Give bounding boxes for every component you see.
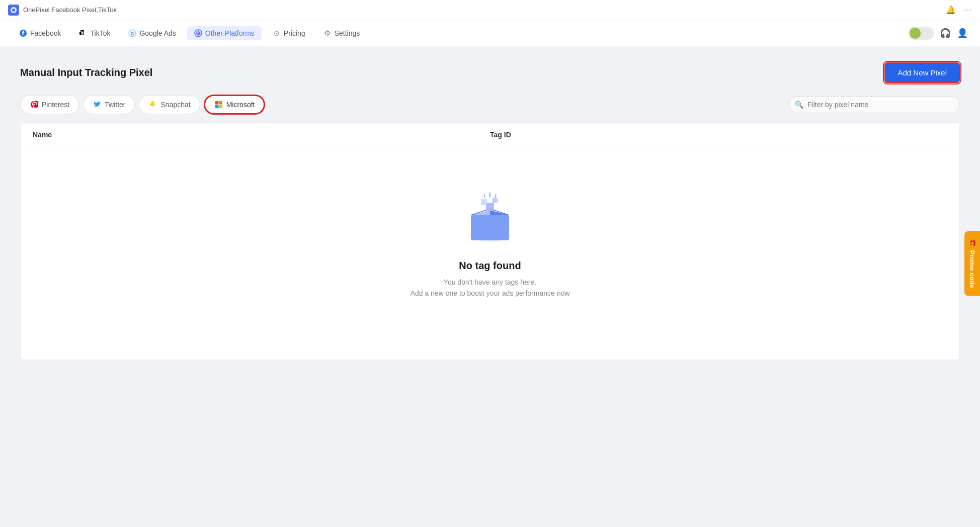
svg-rect-8 [215,101,219,105]
filter-input[interactable] [789,96,960,113]
other-platforms-icon [194,29,202,37]
person-icon[interactable]: 👤 [957,28,968,39]
settings-icon: ⚙ [323,29,332,37]
google-ads-icon: G [128,29,136,37]
svg-rect-15 [481,199,487,205]
pinterest-icon [30,100,39,109]
promo-icon: 🎁 [968,239,976,247]
col-header-name: Name [33,131,490,139]
page-title: Manual Input Tracking Pixel [20,67,152,78]
nav-label-google-ads: Google Ads [139,29,176,37]
nav-label-tiktok: TikTok [90,29,110,37]
toggle-on [910,28,921,39]
nav-toggle[interactable] [909,27,934,40]
sub-tab-microsoft[interactable]: Microsoft [204,95,265,114]
tiktok-icon [79,29,87,37]
table-header: Name Tag ID [21,123,959,147]
sub-tab-label-microsoft: Microsoft [226,101,255,109]
add-new-pixel-button[interactable]: Add New Pixel [884,62,960,83]
nav-label-settings: Settings [335,29,360,37]
twitter-icon [93,100,102,109]
bell-icon[interactable]: 🔔 [946,5,956,15]
svg-rect-11 [219,105,222,109]
promo-code-button[interactable]: 🎁 Promo code [964,231,980,296]
svg-rect-16 [493,198,498,203]
empty-desc-line1: You don't have any tags here. [444,278,536,286]
snapchat-icon [148,100,157,109]
more-icon[interactable]: ⋯ [964,5,972,15]
titlebar-left: OnePixel Facebook Pixel,TikTok [8,5,117,16]
search-icon: 🔍 [795,101,803,109]
filter-input-wrap: 🔍 [789,96,960,113]
nav-label-facebook: Facebook [30,29,61,37]
headphone-icon[interactable]: 🎧 [940,28,951,39]
navbar: Facebook TikTok G Google Ads Other P [0,20,980,46]
svg-rect-13 [471,215,509,240]
table-container: Name Tag ID [20,122,960,360]
sub-tab-label-snapchat: Snapchat [160,101,190,109]
microsoft-icon [214,100,223,109]
sub-tab-pinterest[interactable]: Pinterest [20,95,79,114]
empty-state: No tag found You don't have any tags her… [21,147,959,360]
toggle-off [922,28,933,39]
nav-item-facebook[interactable]: Facebook [12,26,68,40]
col-header-tagid: Tag ID [490,131,947,139]
app-title: OnePixel Facebook Pixel,TikTok [23,6,117,14]
svg-point-1 [12,9,15,12]
page-header: Manual Input Tracking Pixel Add New Pixe… [20,62,960,83]
titlebar-right: 🔔 ⋯ [946,5,972,15]
nav-right: 🎧 👤 [909,27,968,40]
nav-label-pricing: Pricing [284,29,305,37]
facebook-icon [19,29,27,37]
sub-tabs: Pinterest Twitter Snapchat [20,95,265,114]
svg-rect-10 [215,105,219,109]
svg-line-19 [495,194,496,198]
empty-box-illustration [460,188,520,248]
sub-tab-label-twitter: Twitter [105,101,125,109]
nav-item-other-platforms[interactable]: Other Platforms [187,26,262,40]
svg-rect-14 [486,203,494,211]
app-icon [8,5,19,16]
svg-text:G: G [131,31,134,36]
nav-item-tiktok[interactable]: TikTok [72,26,117,40]
nav-label-other-platforms: Other Platforms [205,29,255,37]
empty-desc-line2: Add a new one to boost your ads performa… [411,289,570,297]
titlebar: OnePixel Facebook Pixel,TikTok 🔔 ⋯ [0,0,980,20]
svg-rect-9 [219,101,222,105]
main-content: Manual Input Tracking Pixel Add New Pixe… [0,46,980,376]
sub-tab-twitter[interactable]: Twitter [83,95,135,114]
empty-state-title: No tag found [459,260,521,272]
nav-item-google-ads[interactable]: G Google Ads [121,26,183,40]
pricing-icon: ⊙ [273,29,281,37]
empty-state-desc: You don't have any tags here. Add a new … [411,277,570,299]
sub-tabs-row: Pinterest Twitter Snapchat [20,95,960,114]
svg-line-18 [484,194,485,198]
sub-tab-label-pinterest: Pinterest [42,101,69,109]
nav-item-settings[interactable]: ⚙ Settings [316,26,367,40]
nav-item-pricing[interactable]: ⊙ Pricing [266,26,312,40]
sub-tab-snapchat[interactable]: Snapchat [139,95,200,114]
promo-label: Promo code [968,250,976,288]
